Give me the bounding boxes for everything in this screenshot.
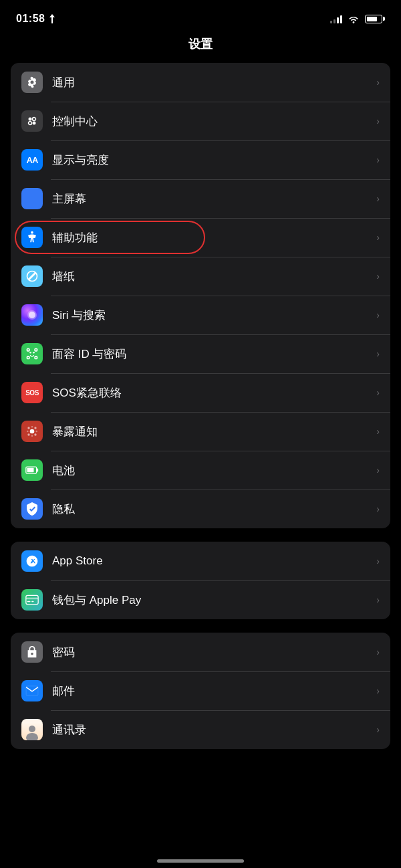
svg-point-4 bbox=[31, 231, 33, 234]
svg-rect-26 bbox=[31, 601, 33, 603]
settings-item-app-store[interactable]: App Store › bbox=[11, 542, 390, 580]
location-icon bbox=[48, 14, 56, 23]
settings-group-3: 密码 › 邮件 › bbox=[11, 633, 390, 749]
svg-rect-5 bbox=[27, 349, 29, 351]
wallpaper-chevron: › bbox=[376, 271, 380, 282]
accessibility-icon bbox=[21, 227, 43, 248]
settings-group-2: App Store › 钱包与 Apple Pay › bbox=[11, 542, 390, 619]
wallpaper-label: 墙纸 bbox=[52, 269, 371, 284]
status-icons bbox=[330, 14, 385, 23]
settings-item-accessibility[interactable]: 辅助功能 › bbox=[11, 218, 390, 257]
mail-icon bbox=[21, 680, 43, 701]
sos-label: SOS紧急联络 bbox=[52, 385, 371, 401]
svg-point-12 bbox=[27, 427, 29, 429]
wallet-icon bbox=[21, 589, 43, 611]
svg-point-13 bbox=[34, 427, 36, 429]
wifi-icon bbox=[348, 15, 360, 23]
sos-icon: SOS bbox=[21, 382, 43, 403]
contacts-icon bbox=[21, 719, 43, 740]
sos-chevron: › bbox=[376, 387, 380, 398]
settings-item-privacy[interactable]: 隐私 › bbox=[11, 490, 390, 528]
control-center-label: 控制中心 bbox=[52, 114, 371, 129]
settings-item-wallet[interactable]: 钱包与 Apple Pay › bbox=[11, 580, 390, 619]
wallet-chevron: › bbox=[376, 594, 380, 605]
settings-item-home-screen[interactable]: 主屏幕 › bbox=[11, 179, 390, 218]
contacts-chevron: › bbox=[376, 724, 380, 735]
contacts-label: 通讯录 bbox=[52, 722, 371, 738]
siri-chevron: › bbox=[376, 310, 380, 320]
status-bar: 01:58 bbox=[0, 0, 401, 33]
exposure-icon bbox=[21, 421, 43, 442]
svg-rect-21 bbox=[37, 469, 39, 472]
settings-item-contacts[interactable]: 通讯录 › bbox=[11, 710, 390, 749]
status-time: 01:58 bbox=[16, 13, 56, 25]
exposure-label: 暴露通知 bbox=[52, 424, 371, 439]
svg-point-2 bbox=[29, 122, 32, 125]
svg-rect-8 bbox=[35, 356, 37, 358]
general-chevron: › bbox=[376, 77, 380, 88]
home-screen-label: 主屏幕 bbox=[52, 191, 371, 207]
battery-settings-icon bbox=[21, 459, 43, 481]
settings-item-face-id[interactable]: 面容 ID 与密码 › bbox=[11, 334, 390, 373]
svg-point-14 bbox=[27, 433, 29, 435]
general-label: 通用 bbox=[52, 75, 371, 90]
wallpaper-icon bbox=[21, 265, 43, 287]
password-chevron: › bbox=[376, 647, 380, 657]
svg-point-0 bbox=[29, 118, 32, 121]
exposure-chevron: › bbox=[376, 426, 380, 437]
svg-point-3 bbox=[33, 122, 36, 125]
settings-item-general[interactable]: 通用 › bbox=[11, 63, 390, 102]
signal-icon bbox=[330, 14, 342, 23]
settings-item-password[interactable]: 密码 › bbox=[11, 633, 390, 671]
battery-icon bbox=[365, 15, 385, 23]
app-store-icon bbox=[21, 550, 43, 572]
settings-group-1: 通用 › 控制中心 › AA 显示与亮度 › bbox=[11, 63, 390, 528]
home-screen-icon bbox=[21, 188, 43, 209]
control-center-chevron: › bbox=[376, 116, 380, 126]
svg-rect-27 bbox=[26, 686, 38, 695]
svg-point-1 bbox=[33, 118, 36, 121]
home-indicator bbox=[157, 859, 244, 863]
svg-point-18 bbox=[27, 431, 29, 433]
display-chevron: › bbox=[376, 154, 380, 165]
privacy-chevron: › bbox=[376, 504, 380, 514]
accessibility-chevron: › bbox=[376, 232, 380, 243]
settings-item-control-center[interactable]: 控制中心 › bbox=[11, 102, 390, 140]
settings-item-display[interactable]: AA 显示与亮度 › bbox=[11, 140, 390, 179]
password-icon bbox=[21, 641, 43, 663]
settings-item-battery[interactable]: 电池 › bbox=[11, 451, 390, 490]
mail-chevron: › bbox=[376, 685, 380, 696]
battery-chevron: › bbox=[376, 465, 380, 475]
svg-point-30 bbox=[29, 726, 35, 732]
svg-rect-7 bbox=[27, 356, 29, 358]
privacy-icon bbox=[21, 498, 43, 520]
display-icon: AA bbox=[21, 149, 43, 171]
home-screen-chevron: › bbox=[376, 193, 380, 204]
page-title: 设置 bbox=[0, 33, 401, 63]
svg-rect-25 bbox=[27, 601, 31, 603]
settings-item-sos[interactable]: SOS SOS紧急联络 › bbox=[11, 373, 390, 412]
mail-label: 邮件 bbox=[52, 683, 371, 699]
siri-label: Siri 与搜索 bbox=[52, 308, 371, 323]
wallet-label: 钱包与 Apple Pay bbox=[52, 592, 371, 608]
general-icon bbox=[21, 72, 43, 93]
accessibility-label: 辅助功能 bbox=[52, 230, 371, 245]
svg-rect-24 bbox=[26, 598, 38, 600]
app-store-chevron: › bbox=[376, 556, 380, 566]
settings-item-siri[interactable]: Siri 与搜索 › bbox=[11, 296, 390, 334]
svg-point-11 bbox=[30, 429, 35, 434]
settings-item-mail[interactable]: 邮件 › bbox=[11, 671, 390, 710]
svg-point-9 bbox=[29, 352, 31, 354]
privacy-label: 隐私 bbox=[52, 502, 371, 517]
settings-item-wallpaper[interactable]: 墙纸 › bbox=[11, 257, 390, 296]
svg-rect-23 bbox=[26, 595, 38, 604]
face-id-chevron: › bbox=[376, 348, 380, 359]
password-label: 密码 bbox=[52, 645, 371, 660]
svg-point-17 bbox=[31, 435, 33, 437]
app-store-label: App Store bbox=[52, 554, 371, 568]
svg-point-16 bbox=[31, 426, 33, 428]
svg-point-15 bbox=[34, 433, 36, 435]
svg-rect-22 bbox=[27, 468, 34, 473]
settings-item-exposure[interactable]: 暴露通知 › bbox=[11, 412, 390, 451]
face-id-label: 面容 ID 与密码 bbox=[52, 346, 371, 362]
